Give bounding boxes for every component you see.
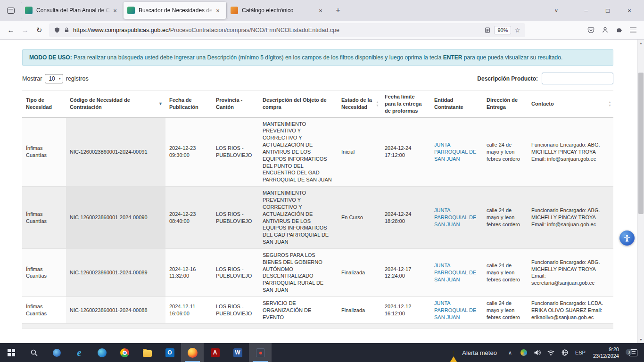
column-header-label: Descripción del Objeto de compra — [263, 97, 327, 110]
zoom-level-badge[interactable]: 90% — [494, 26, 511, 34]
taskbar-capture-tool-button[interactable] — [249, 343, 272, 362]
volume-icon[interactable] — [533, 349, 542, 356]
pocket-button[interactable] — [584, 23, 598, 37]
cell-fecha_publicacion: 2024-12-23 09:30:00 — [165, 117, 212, 187]
taskbar-acrobat-button[interactable]: A — [204, 343, 226, 362]
tab-favicon — [25, 7, 33, 14]
tab-title: Catálogo electrónico — [242, 7, 316, 14]
cell-codigo: NIC-1260023860001-2024-00088 — [66, 296, 165, 324]
taskbar-firefox-button[interactable] — [181, 343, 204, 362]
scroll-up-arrow-icon[interactable]: ▲ — [638, 40, 644, 47]
column-header[interactable]: Descripción del Objeto de compra — [259, 90, 338, 118]
back-button[interactable]: ← — [4, 23, 18, 37]
product-filter-input[interactable] — [542, 73, 613, 84]
new-tab-button[interactable]: + — [331, 3, 345, 17]
bookmark-star-icon[interactable]: ☆ — [514, 26, 520, 34]
cell-contacto: Funcionario Encargado: ABG. MICHELLY PIN… — [528, 248, 613, 296]
column-header[interactable]: Provincia - Cantón — [212, 90, 259, 118]
reload-button[interactable]: ↻ — [32, 23, 46, 37]
cell-estado: Finalizada — [338, 248, 381, 296]
menu-button[interactable] — [626, 23, 640, 37]
forward-button[interactable]: → — [18, 23, 32, 37]
cell-fecha_publicacion: 2024-12-23 08:40:00 — [165, 187, 212, 249]
usage-banner: MODO DE USO: Para realizar una búsqueda … — [22, 49, 613, 66]
entidad-link[interactable]: JUNTA PARROQUIAL DE SAN JUAN — [434, 207, 476, 227]
column-header[interactable]: Tipo de Necesidad — [22, 90, 66, 118]
accessibility-person-icon — [622, 233, 632, 243]
taskbar-edge-button[interactable] — [91, 343, 113, 362]
maximize-button[interactable]: □ — [597, 0, 619, 21]
column-header[interactable]: Dirección de Entrega — [483, 90, 528, 118]
column-header[interactable]: Fecha límite para la entrega de proforma… — [381, 90, 430, 118]
taskbar-start-button[interactable] — [0, 343, 23, 362]
entidad-link[interactable]: JUNTA PARROQUIAL DE SAN JUAN — [434, 300, 476, 320]
tab-close-button[interactable]: × — [316, 6, 325, 15]
taskbar-internet-explorer-button[interactable]: e — [68, 343, 91, 362]
antivirus-tray-icon[interactable] — [519, 349, 528, 356]
minimize-button[interactable]: – — [575, 0, 597, 21]
keyboard-language-button[interactable]: ESP — [574, 350, 587, 355]
table-row: Ínfimas CuantíasNIC-1260023860001-2024-0… — [22, 117, 613, 187]
list-all-tabs-button[interactable]: ∨ — [550, 4, 563, 17]
url-bar[interactable]: https://www.compraspublicas.gob.ec/Proce… — [49, 23, 525, 37]
usage-banner-label: MODO DE USO: — [29, 54, 72, 61]
page-length-select[interactable]: 10 ▾ — [45, 74, 63, 83]
accessibility-widget-button[interactable] — [619, 230, 635, 246]
weather-alert-button[interactable]: Alerta méteo — [444, 343, 503, 362]
lock-icon[interactable] — [64, 27, 70, 33]
sort-desc-icon: ▼ — [158, 101, 163, 107]
column-header[interactable]: Contacto▲▼ — [528, 90, 613, 118]
sort-both-icon: ▲▼ — [608, 100, 611, 107]
system-tray: ∧ ESP 9:20 23/12/2024 3 — [503, 343, 644, 362]
tab-close-button[interactable]: × — [110, 6, 120, 15]
extensions-button[interactable] — [612, 23, 626, 37]
account-button[interactable] — [598, 23, 612, 37]
column-header-label: Tipo de Necesidad — [26, 97, 52, 110]
tracking-protection-shield-icon[interactable] — [54, 27, 60, 33]
column-header[interactable]: Estado de la Necesidad▲▼ — [338, 90, 381, 118]
close-window-button[interactable]: × — [619, 0, 640, 21]
firefox-view-button[interactable] — [4, 3, 18, 17]
taskbar-spacer — [272, 343, 444, 362]
reader-mode-icon[interactable] — [484, 27, 491, 33]
tray-expand-chevron-icon[interactable]: ∧ — [505, 350, 515, 356]
column-header-label: Provincia - Cantón — [216, 97, 242, 110]
taskbar-cortana-button[interactable] — [45, 343, 68, 362]
url-domain: https://www.compraspublicas.gob.ec/ — [73, 27, 170, 33]
tab-close-button[interactable]: × — [213, 6, 223, 15]
clock[interactable]: 9:20 23/12/2024 — [591, 346, 621, 360]
taskbar-chrome-button[interactable] — [113, 343, 136, 362]
scroll-down-arrow-icon[interactable]: ▼ — [638, 336, 644, 343]
cell-fecha_limite: 2024-12-24 18:28:00 — [381, 187, 430, 249]
notifications-button[interactable]: 3 — [625, 349, 641, 356]
table-body: Ínfimas CuantíasNIC-1260023860001-2024-0… — [22, 117, 613, 324]
usage-banner-text-1: Para realizar una búsqueda usted debe in… — [72, 54, 443, 61]
scrollbar-thumb[interactable] — [638, 73, 644, 214]
browser-tab[interactable]: Catálogo electrónico× — [226, 2, 329, 19]
taskbar-search-button[interactable] — [23, 343, 45, 362]
table-row: Ínfimas CuantíasNIC-1260023860001-2024-0… — [22, 296, 613, 324]
taskbar-file-explorer-button[interactable] — [136, 343, 158, 362]
cell-tipo: Ínfimas Cuantías — [22, 248, 66, 296]
entidad-link[interactable]: JUNTA PARROQUIAL DE SAN JUAN — [434, 142, 476, 162]
column-header[interactable]: Fecha de Publicación — [165, 90, 212, 118]
network-globe-icon[interactable] — [560, 349, 570, 356]
cell-contacto: Funcionario Encargado: LCDA. ERIKA OLIVO… — [528, 296, 613, 324]
vertical-scrollbar[interactable]: ▲ ▼ — [637, 40, 644, 343]
column-header[interactable]: Código de Necesidad de Contratación▼ — [66, 90, 165, 118]
clock-date: 23/12/2024 — [593, 353, 619, 359]
browser-tab[interactable]: Buscador de Necesidades de Co× — [124, 2, 226, 19]
column-header-label: Fecha límite para la entrega de proforma… — [385, 94, 421, 114]
wifi-icon[interactable] — [546, 350, 556, 356]
weather-alert-label: Alerta méteo — [462, 349, 497, 356]
browser-tab[interactable]: Consulta del Plan Anual de Con× — [21, 2, 124, 19]
cell-codigo: NIC-1260023860001-2024-00090 — [66, 187, 165, 249]
column-header[interactable]: Entidad Contratante — [430, 90, 483, 118]
entidad-link[interactable]: JUNTA PARROQUIAL DE SAN JUAN — [434, 263, 476, 282]
length-label-prefix: Mostrar — [22, 75, 42, 82]
taskbar-word-button[interactable]: W — [226, 343, 249, 362]
firefox-icon — [188, 348, 198, 358]
cell-fecha_limite: 2024-12-17 12:24:00 — [381, 248, 430, 296]
taskbar-outlook-button[interactable]: O — [158, 343, 181, 362]
cell-tipo: Ínfimas Cuantías — [22, 187, 66, 249]
